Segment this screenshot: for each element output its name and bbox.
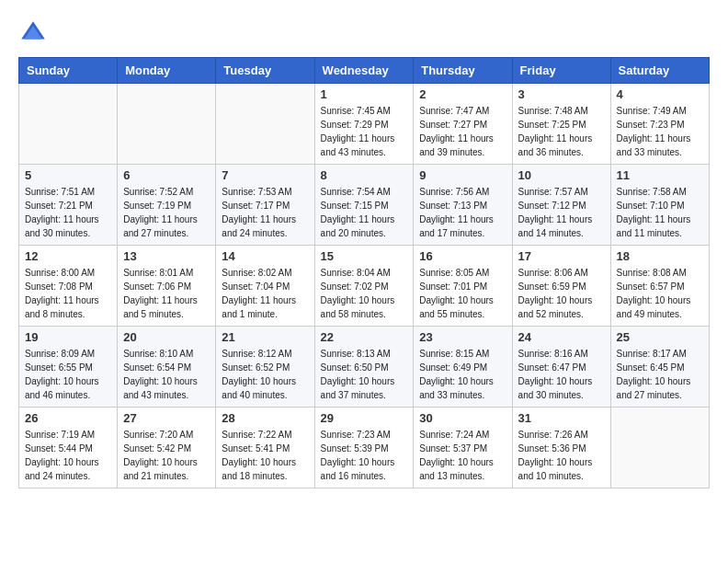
day-number: 19 bbox=[25, 330, 111, 344]
day-number: 13 bbox=[123, 249, 210, 263]
calendar-cell: 8Sunrise: 7:54 AM Sunset: 7:15 PM Daylig… bbox=[314, 165, 414, 246]
day-number: 28 bbox=[222, 411, 308, 425]
day-info: Sunrise: 8:02 AM Sunset: 7:04 PM Dayligh… bbox=[222, 266, 308, 321]
calendar-cell bbox=[19, 84, 118, 165]
logo bbox=[18, 18, 51, 48]
weekday-header: Friday bbox=[512, 58, 610, 84]
day-number: 11 bbox=[617, 168, 703, 182]
calendar-week-row: 12Sunrise: 8:00 AM Sunset: 7:08 PM Dayli… bbox=[19, 246, 710, 327]
day-number: 20 bbox=[123, 330, 210, 344]
day-info: Sunrise: 7:54 AM Sunset: 7:15 PM Dayligh… bbox=[321, 185, 408, 240]
day-info: Sunrise: 7:22 AM Sunset: 5:41 PM Dayligh… bbox=[222, 428, 308, 483]
calendar-cell: 5Sunrise: 7:51 AM Sunset: 7:21 PM Daylig… bbox=[19, 165, 118, 246]
day-info: Sunrise: 7:19 AM Sunset: 5:44 PM Dayligh… bbox=[25, 428, 111, 483]
day-info: Sunrise: 7:23 AM Sunset: 5:39 PM Dayligh… bbox=[321, 428, 408, 483]
calendar-cell: 29Sunrise: 7:23 AM Sunset: 5:39 PM Dayli… bbox=[314, 408, 414, 488]
calendar-cell: 17Sunrise: 8:06 AM Sunset: 6:59 PM Dayli… bbox=[512, 246, 610, 327]
day-info: Sunrise: 8:00 AM Sunset: 7:08 PM Dayligh… bbox=[25, 266, 111, 321]
day-info: Sunrise: 8:05 AM Sunset: 7:01 PM Dayligh… bbox=[419, 266, 506, 321]
day-number: 29 bbox=[321, 411, 408, 425]
calendar-cell: 11Sunrise: 7:58 AM Sunset: 7:10 PM Dayli… bbox=[610, 165, 709, 246]
calendar-cell: 13Sunrise: 8:01 AM Sunset: 7:06 PM Dayli… bbox=[118, 246, 216, 327]
day-number: 18 bbox=[617, 249, 703, 263]
day-info: Sunrise: 8:04 AM Sunset: 7:02 PM Dayligh… bbox=[321, 266, 408, 321]
day-number: 6 bbox=[123, 168, 210, 182]
calendar-cell: 3Sunrise: 7:48 AM Sunset: 7:25 PM Daylig… bbox=[512, 84, 610, 165]
weekday-header: Wednesday bbox=[314, 58, 414, 84]
calendar-cell: 4Sunrise: 7:49 AM Sunset: 7:23 PM Daylig… bbox=[610, 84, 709, 165]
weekday-header: Tuesday bbox=[216, 58, 314, 84]
calendar-cell: 27Sunrise: 7:20 AM Sunset: 5:42 PM Dayli… bbox=[118, 408, 216, 488]
day-number: 3 bbox=[518, 87, 605, 101]
calendar-cell: 25Sunrise: 8:17 AM Sunset: 6:45 PM Dayli… bbox=[610, 327, 709, 408]
day-number: 1 bbox=[321, 87, 408, 101]
day-number: 25 bbox=[617, 330, 703, 344]
calendar-cell: 10Sunrise: 7:57 AM Sunset: 7:12 PM Dayli… bbox=[512, 165, 610, 246]
calendar-cell: 24Sunrise: 8:16 AM Sunset: 6:47 PM Dayli… bbox=[512, 327, 610, 408]
weekday-header: Monday bbox=[118, 58, 216, 84]
day-info: Sunrise: 8:01 AM Sunset: 7:06 PM Dayligh… bbox=[123, 266, 210, 321]
day-info: Sunrise: 7:45 AM Sunset: 7:29 PM Dayligh… bbox=[321, 104, 408, 159]
day-number: 16 bbox=[419, 249, 506, 263]
day-info: Sunrise: 8:06 AM Sunset: 6:59 PM Dayligh… bbox=[518, 266, 605, 321]
calendar-week-row: 5Sunrise: 7:51 AM Sunset: 7:21 PM Daylig… bbox=[19, 165, 710, 246]
day-info: Sunrise: 7:49 AM Sunset: 7:23 PM Dayligh… bbox=[617, 104, 703, 159]
day-info: Sunrise: 8:08 AM Sunset: 6:57 PM Dayligh… bbox=[617, 266, 703, 321]
weekday-header: Sunday bbox=[19, 58, 118, 84]
calendar-header-row: SundayMondayTuesdayWednesdayThursdayFrid… bbox=[19, 58, 710, 84]
day-info: Sunrise: 8:09 AM Sunset: 6:55 PM Dayligh… bbox=[25, 347, 111, 402]
day-info: Sunrise: 8:10 AM Sunset: 6:54 PM Dayligh… bbox=[123, 347, 210, 402]
logo-icon bbox=[18, 18, 48, 48]
day-info: Sunrise: 8:15 AM Sunset: 6:49 PM Dayligh… bbox=[419, 347, 506, 402]
day-number: 27 bbox=[123, 411, 210, 425]
calendar-week-row: 1Sunrise: 7:45 AM Sunset: 7:29 PM Daylig… bbox=[19, 84, 710, 165]
calendar: SundayMondayTuesdayWednesdayThursdayFrid… bbox=[18, 57, 710, 488]
day-number: 4 bbox=[617, 87, 703, 101]
weekday-header: Saturday bbox=[610, 58, 709, 84]
day-info: Sunrise: 7:47 AM Sunset: 7:27 PM Dayligh… bbox=[419, 104, 506, 159]
calendar-cell: 21Sunrise: 8:12 AM Sunset: 6:52 PM Dayli… bbox=[216, 327, 314, 408]
day-number: 24 bbox=[518, 330, 605, 344]
day-info: Sunrise: 7:57 AM Sunset: 7:12 PM Dayligh… bbox=[518, 185, 605, 240]
day-info: Sunrise: 8:12 AM Sunset: 6:52 PM Dayligh… bbox=[222, 347, 308, 402]
day-info: Sunrise: 8:16 AM Sunset: 6:47 PM Dayligh… bbox=[518, 347, 605, 402]
calendar-cell: 18Sunrise: 8:08 AM Sunset: 6:57 PM Dayli… bbox=[610, 246, 709, 327]
day-info: Sunrise: 7:58 AM Sunset: 7:10 PM Dayligh… bbox=[617, 185, 703, 240]
calendar-cell: 1Sunrise: 7:45 AM Sunset: 7:29 PM Daylig… bbox=[314, 84, 414, 165]
day-number: 17 bbox=[518, 249, 605, 263]
day-number: 21 bbox=[222, 330, 308, 344]
weekday-header: Thursday bbox=[414, 58, 512, 84]
calendar-body: 1Sunrise: 7:45 AM Sunset: 7:29 PM Daylig… bbox=[19, 84, 710, 488]
calendar-cell: 15Sunrise: 8:04 AM Sunset: 7:02 PM Dayli… bbox=[314, 246, 414, 327]
calendar-cell: 2Sunrise: 7:47 AM Sunset: 7:27 PM Daylig… bbox=[414, 84, 512, 165]
calendar-cell: 7Sunrise: 7:53 AM Sunset: 7:17 PM Daylig… bbox=[216, 165, 314, 246]
day-number: 23 bbox=[419, 330, 506, 344]
day-info: Sunrise: 7:26 AM Sunset: 5:36 PM Dayligh… bbox=[518, 428, 605, 483]
day-info: Sunrise: 7:20 AM Sunset: 5:42 PM Dayligh… bbox=[123, 428, 210, 483]
day-number: 8 bbox=[321, 168, 408, 182]
calendar-cell: 19Sunrise: 8:09 AM Sunset: 6:55 PM Dayli… bbox=[19, 327, 118, 408]
day-info: Sunrise: 7:56 AM Sunset: 7:13 PM Dayligh… bbox=[419, 185, 506, 240]
calendar-cell: 30Sunrise: 7:24 AM Sunset: 5:37 PM Dayli… bbox=[414, 408, 512, 488]
calendar-cell: 14Sunrise: 8:02 AM Sunset: 7:04 PM Dayli… bbox=[216, 246, 314, 327]
calendar-cell: 6Sunrise: 7:52 AM Sunset: 7:19 PM Daylig… bbox=[118, 165, 216, 246]
calendar-week-row: 26Sunrise: 7:19 AM Sunset: 5:44 PM Dayli… bbox=[19, 408, 710, 488]
day-number: 15 bbox=[321, 249, 408, 263]
day-info: Sunrise: 7:52 AM Sunset: 7:19 PM Dayligh… bbox=[123, 185, 210, 240]
day-info: Sunrise: 8:13 AM Sunset: 6:50 PM Dayligh… bbox=[321, 347, 408, 402]
day-number: 30 bbox=[419, 411, 506, 425]
day-number: 2 bbox=[419, 87, 506, 101]
calendar-cell: 16Sunrise: 8:05 AM Sunset: 7:01 PM Dayli… bbox=[414, 246, 512, 327]
calendar-cell bbox=[610, 408, 709, 488]
calendar-cell: 28Sunrise: 7:22 AM Sunset: 5:41 PM Dayli… bbox=[216, 408, 314, 488]
calendar-cell: 23Sunrise: 8:15 AM Sunset: 6:49 PM Dayli… bbox=[414, 327, 512, 408]
day-number: 22 bbox=[321, 330, 408, 344]
day-info: Sunrise: 7:48 AM Sunset: 7:25 PM Dayligh… bbox=[518, 104, 605, 159]
calendar-cell: 22Sunrise: 8:13 AM Sunset: 6:50 PM Dayli… bbox=[314, 327, 414, 408]
calendar-cell bbox=[118, 84, 216, 165]
day-number: 31 bbox=[518, 411, 605, 425]
day-number: 26 bbox=[25, 411, 111, 425]
day-info: Sunrise: 8:17 AM Sunset: 6:45 PM Dayligh… bbox=[617, 347, 703, 402]
calendar-cell: 9Sunrise: 7:56 AM Sunset: 7:13 PM Daylig… bbox=[414, 165, 512, 246]
calendar-cell: 20Sunrise: 8:10 AM Sunset: 6:54 PM Dayli… bbox=[118, 327, 216, 408]
